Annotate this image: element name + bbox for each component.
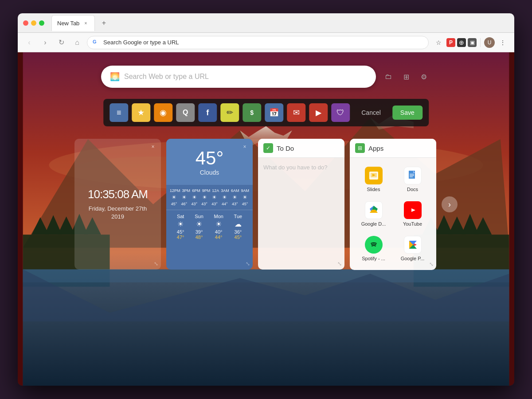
forward-button[interactable]: › [39,36,51,49]
search-box[interactable]: 🌅 Search Web or type a URL [101,66,376,88]
docs-label: Docs [407,187,418,192]
drive-icon [365,201,383,219]
browser-window: New Tab × + ‹ › ↻ ⌂ G Search Google or t… [18,13,514,386]
search-side-actions: 🗀 ⊞ ⚙ [381,70,431,84]
maximize-button[interactable] [39,20,44,26]
mail-icon: ✉ [293,108,300,117]
todo-placeholder: What do you have to do? [263,164,328,171]
star-icon: ★ [137,108,145,117]
folder-icon[interactable]: 🗀 [381,70,395,84]
star-tool-icon[interactable]: ★ [132,103,150,122]
todo-widget: ✓ To Do × What do you have to do? ⤡ [258,139,344,270]
bookmark-button[interactable]: ☆ [432,36,445,49]
coins-icon: $ [250,109,254,116]
slides-label: Slides [367,187,380,192]
docs-icon [404,167,422,184]
nav-divider [480,38,481,47]
svg-rect-27 [410,174,414,175]
clock-resize-handle[interactable]: ⤡ [154,261,158,267]
weather-top: 45° Clouds [166,139,253,185]
hourly-icons-row: ☀ ☀ ☀ ☀ ☀ ☀ ☀ ☀ [169,194,250,200]
cancel-button[interactable]: Cancel [353,106,389,120]
ext-pocket-icon[interactable]: P [446,38,455,47]
apps-widget-close[interactable]: × [422,144,431,153]
ext-layers-icon[interactable]: ⊕ [457,38,466,47]
forecast-day-mon: Mon ☀ 40° 44° [214,214,223,240]
app-play[interactable]: Google P... [393,231,432,266]
minimize-button[interactable] [31,20,36,26]
forecast-day-sun: Sun ☀ 39° 48° [195,214,203,240]
weather-widget-close[interactable]: × [240,142,249,151]
svg-point-36 [369,240,379,250]
nav-actions: ☆ P ⊕ ▣ U ⋮ [432,36,509,49]
next-page-button[interactable]: › [442,196,458,212]
weather-description: Clouds [173,169,246,176]
clock-date: Friday, December 27th 2019 [89,205,147,221]
rss-icon: ◉ [160,108,167,117]
home-button[interactable]: ⌂ [71,36,83,49]
app-spotify[interactable]: Spotify - ... [354,231,393,266]
youtube-tool-icon[interactable]: ▶ [309,103,328,122]
title-bar: New Tab × + [18,13,514,33]
app-slides[interactable]: Slides [354,162,393,196]
todo-resize-handle[interactable]: ⤡ [337,261,342,267]
todo-widget-close[interactable]: × [330,144,339,153]
apps-grid: Slides [350,158,436,270]
edit-tool-icon[interactable]: ✏ [220,103,239,122]
app-drive[interactable]: Google D... [354,197,393,231]
shield-tool-icon[interactable]: 🛡 [331,103,350,122]
q-tool-icon[interactable]: Q [176,103,195,122]
address-bar[interactable]: G Search Google or type a URL [87,36,429,49]
grid-icon[interactable]: ⊞ [399,70,413,84]
ext-camera-icon[interactable]: ▣ [468,38,477,47]
menu-button[interactable]: ⋮ [497,36,509,49]
browser-tab[interactable]: New Tab × [51,15,95,31]
apps-title: Apps [368,145,419,152]
list-icon: ≡ [117,108,121,117]
play-label: Google P... [401,256,425,261]
search-placeholder-text: Search Web or type a URL [124,73,367,81]
tab-close-button[interactable]: × [82,20,89,27]
settings-icon[interactable]: ⚙ [417,70,431,84]
app-youtube[interactable]: YouTube [393,197,432,231]
back-button[interactable]: ‹ [23,36,35,49]
todo-header: ✓ To Do × [258,139,344,158]
mail-tool-icon[interactable]: ✉ [287,103,305,122]
rss-tool-icon[interactable]: ◉ [154,103,172,122]
new-tab-button[interactable]: + [98,18,109,28]
reload-button[interactable]: ↻ [55,36,67,49]
todo-body: What do you have to do? [258,158,344,176]
user-avatar[interactable]: U [484,37,495,48]
coins-tool-icon[interactable]: $ [243,103,261,122]
apps-resize-handle[interactable]: ⤡ [429,261,434,267]
todo-check-icon: ✓ [263,143,273,153]
youtube-icon [404,201,422,219]
save-button[interactable]: Save [392,106,422,120]
apps-header: ⊞ Apps × [350,139,436,158]
youtube-icon: ▶ [316,109,321,117]
address-text: Search Google or type a URL [103,39,179,46]
slides-icon [365,167,383,184]
clock-widget-close[interactable]: × [149,142,157,151]
youtube-label: YouTube [403,221,422,227]
tab-label: New Tab [57,20,79,27]
play-icon [404,236,422,254]
hourly-times-row: 12PM 3PM 6PM 9PM 12A 3AM 6AM 9AM [169,188,250,193]
traffic-lights [23,20,44,26]
facebook-tool-icon[interactable]: f [198,103,217,122]
close-button[interactable] [23,20,28,26]
apps-widget: ⊞ Apps × [350,139,436,270]
list-tool-icon[interactable]: ≡ [110,103,128,122]
weather-resize-handle[interactable]: ⤡ [246,261,250,267]
widgets-row: × 10:35:08 AM Friday, December 27th 2019… [74,139,458,270]
calendar-tool-icon[interactable]: 📅 [265,103,283,122]
edit-icon: ✏ [227,108,233,117]
apps-grid-icon: ⊞ [355,143,365,153]
app-docs[interactable]: Docs [393,162,432,196]
forecast-day-sat: Sat ☀ 45° 47° [177,214,184,240]
todo-title: To Do [277,145,327,152]
spotify-label: Spotify - ... [362,256,385,261]
q-icon: Q [183,109,188,117]
svg-rect-28 [410,175,414,176]
clock-widget: × 10:35:08 AM Friday, December 27th 2019… [74,139,161,270]
